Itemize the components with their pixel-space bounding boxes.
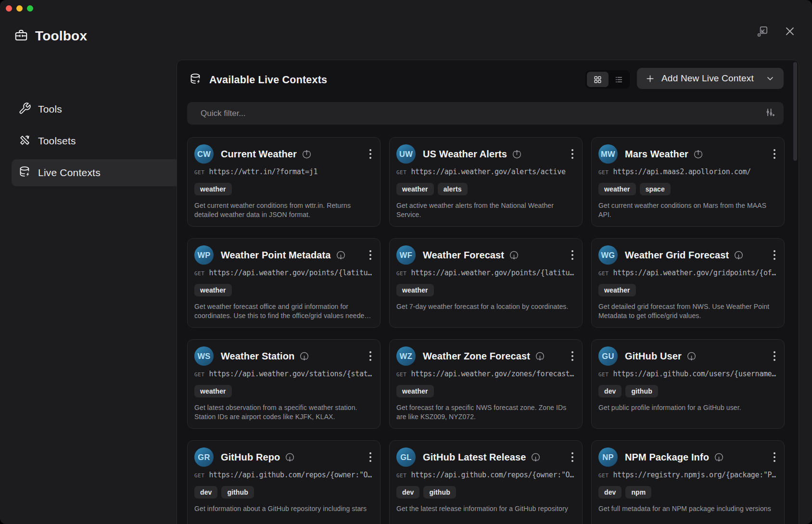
tag-weather: weather	[396, 183, 434, 195]
card-npm-package-info[interactable]: NP NPM Package Info GET https://registry…	[591, 440, 785, 524]
arrow-down-circle-icon	[509, 250, 519, 260]
endpoint-url: https://registry.npmjs.org/{package:"P…	[613, 471, 776, 479]
tag-weather: weather	[194, 284, 232, 296]
database-bolt-icon	[189, 73, 202, 88]
card-current-weather[interactable]: CW Current Weather GET https://wttr.in/?…	[187, 137, 381, 227]
arrow-up-circle-icon	[693, 149, 703, 159]
http-method-label: GET	[194, 169, 204, 176]
kebab-menu-icon[interactable]	[570, 147, 575, 161]
add-new-live-context-button[interactable]: Add New Live Context	[637, 68, 784, 89]
http-method-label: GET	[396, 473, 406, 479]
avatar: WZ	[396, 346, 416, 366]
list-view-button[interactable]	[609, 72, 630, 87]
sidebar-item-live-contexts[interactable]: Live Contexts	[12, 159, 177, 186]
arrow-down-circle-icon	[531, 452, 541, 462]
tag-list: weather	[194, 183, 373, 195]
vertical-scrollbar[interactable]	[793, 62, 797, 161]
http-method-label: GET	[598, 270, 609, 277]
traffic-light-close[interactable]	[6, 5, 12, 12]
kebab-menu-icon[interactable]	[368, 450, 373, 464]
endpoint-url: https://api.weather.gov/gridpoints/{of…	[613, 268, 776, 277]
kebab-menu-icon[interactable]	[772, 450, 777, 464]
card-title: Weather Grid Forecast	[625, 250, 729, 261]
avatar: WG	[598, 245, 618, 265]
card-us-weather-alerts[interactable]: UW US Weather Alerts GET https://api.wea…	[389, 137, 583, 227]
tag-github: github	[221, 486, 254, 498]
traffic-light-zoom[interactable]	[27, 5, 33, 12]
arrow-down-circle-icon	[686, 351, 697, 361]
kebab-menu-icon[interactable]	[772, 147, 777, 161]
add-button-label: Add New Live Context	[661, 73, 765, 84]
app-header: Toolbox	[13, 28, 87, 44]
endpoint-url: https://api.weather.gov/points/{latitu…	[411, 268, 574, 277]
http-method-label: GET	[194, 270, 204, 277]
sidebar-item-tools[interactable]: Tools	[12, 96, 177, 123]
card-github-repo[interactable]: GR GitHub Repo GET https://api.github.co…	[187, 440, 381, 524]
endpoint-url: https://api.github.com/repos/{owner:"O…	[209, 471, 372, 479]
card-mars-weather[interactable]: MW Mars Weather GET https://api.maas2.ap…	[591, 137, 785, 227]
endpoint-url: https://api.weather.gov/zones/forecast…	[411, 370, 574, 378]
card-title: Weather Station	[221, 351, 294, 362]
live-context-grid: CW Current Weather GET https://wttr.in/?…	[187, 137, 785, 524]
kebab-menu-icon[interactable]	[772, 349, 777, 363]
kebab-menu-icon[interactable]	[368, 248, 373, 262]
card-description: Get detailed grid forecast from NWS. Use…	[598, 302, 777, 320]
avatar: WF	[396, 245, 416, 265]
arrow-down-circle-icon	[535, 351, 545, 361]
tag-list: weather	[598, 284, 777, 296]
close-icon[interactable]	[784, 26, 796, 37]
quick-filter-input[interactable]	[200, 108, 765, 119]
tag-dev: dev	[396, 486, 419, 498]
filter-sliders-icon[interactable]	[765, 107, 775, 119]
kebab-menu-icon[interactable]	[570, 349, 575, 363]
window-controls	[756, 25, 796, 38]
tag-list: devnpm	[598, 486, 777, 498]
card-github-user[interactable]: GU GitHub User GET https://api.github.co…	[591, 339, 785, 429]
traffic-light-minimize[interactable]	[16, 5, 23, 12]
quick-filter	[187, 102, 784, 125]
tag-weather: weather	[396, 385, 434, 397]
avatar: WS	[194, 346, 214, 366]
card-github-latest-release[interactable]: GL GitHub Latest Release GET https://api…	[389, 440, 583, 524]
arrow-down-circle-icon	[734, 250, 744, 260]
card-description: Get current weather conditions from wttr…	[194, 201, 373, 219]
card-title: GitHub User	[625, 351, 682, 362]
card-weather-grid-forecast[interactable]: WG Weather Grid Forecast GET https://api…	[591, 238, 785, 328]
card-description: Get weather forecast office and grid inf…	[194, 302, 373, 320]
kebab-menu-icon[interactable]	[772, 248, 777, 262]
wrench-icon	[18, 102, 31, 117]
card-weather-station[interactable]: WS Weather Station GET https://api.weath…	[187, 339, 381, 429]
kebab-menu-icon[interactable]	[570, 450, 575, 464]
tag-list: weather	[396, 284, 575, 296]
card-description: Get current weather conditions on Mars f…	[598, 201, 777, 219]
kebab-menu-icon[interactable]	[570, 248, 575, 262]
kebab-menu-icon[interactable]	[368, 147, 373, 161]
chevron-down-icon	[765, 74, 775, 83]
card-title: Weather Point Metadata	[221, 250, 331, 261]
card-weather-zone-forecast[interactable]: WZ Weather Zone Forecast GET https://api…	[389, 339, 583, 429]
panel-heading: Available Live Contexts	[209, 74, 327, 86]
collapse-window-icon[interactable]	[756, 25, 769, 38]
tag-github: github	[625, 385, 658, 397]
sidebar: Tools Toolsets Live Contexts	[12, 96, 177, 191]
card-weather-point-metadata[interactable]: WP Weather Point Metadata GET https://ap…	[187, 238, 381, 328]
card-title: Weather Forecast	[423, 250, 504, 261]
database-bolt-icon	[18, 166, 31, 180]
tag-weather: weather	[598, 183, 636, 195]
tag-space: space	[640, 183, 671, 195]
tag-dev: dev	[598, 486, 622, 498]
kebab-menu-icon[interactable]	[368, 349, 373, 363]
grid-view-button[interactable]	[587, 72, 609, 87]
avatar: CW	[194, 144, 214, 164]
tag-github: github	[423, 486, 456, 498]
tag-weather: weather	[194, 385, 232, 397]
card-description: Get active weather alerts from the Natio…	[396, 201, 575, 219]
http-method-label: GET	[396, 371, 406, 378]
card-weather-forecast[interactable]: WF Weather Forecast GET https://api.weat…	[389, 238, 583, 328]
tag-dev: dev	[194, 486, 217, 498]
avatar: WP	[194, 245, 214, 265]
card-title: GitHub Latest Release	[423, 452, 526, 463]
sidebar-item-toolsets[interactable]: Toolsets	[12, 128, 177, 154]
http-method-label: GET	[598, 169, 609, 176]
card-description: Get the latest release information for a…	[396, 504, 575, 513]
